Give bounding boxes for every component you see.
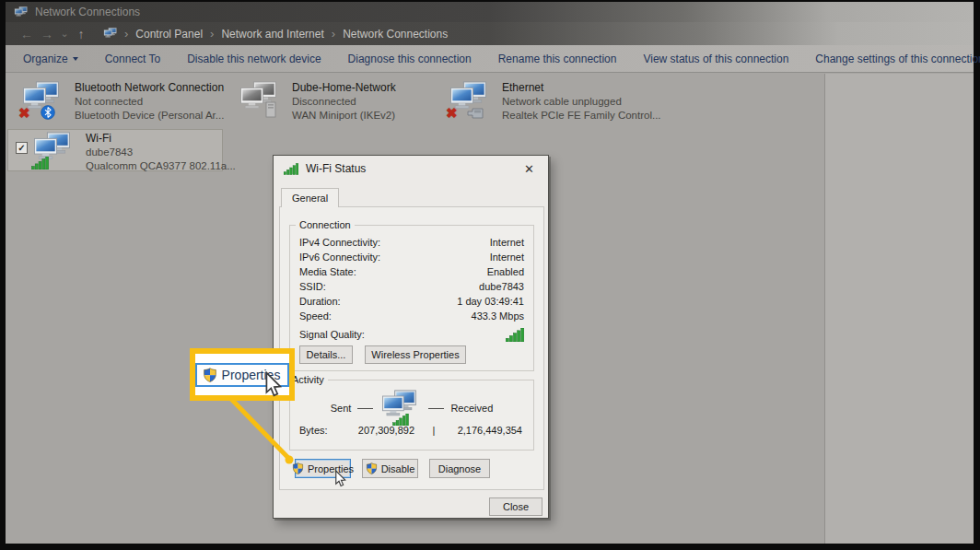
close-label: Close <box>503 501 529 512</box>
row-value: Internet <box>490 252 524 263</box>
wifi-checkbox[interactable]: ✓ <box>16 142 28 154</box>
general-tab-page: Connection IPv4 Connectivity:Internet IP… <box>279 206 544 490</box>
breadcrumb-network-connections[interactable]: Network Connections <box>343 28 448 41</box>
back-arrow-icon: ← <box>20 27 33 41</box>
up-button[interactable]: ↑ <box>72 28 90 41</box>
address-bar[interactable]: › Control Panel › Network and Internet ›… <box>103 27 448 41</box>
breadcrumb-separator-icon: › <box>330 27 337 41</box>
wireless-properties-button[interactable]: Wireless Properties <box>365 345 466 364</box>
row-label: Duration: <box>299 296 341 307</box>
connection-status: Network cable unplugged <box>502 95 661 109</box>
bluetooth-adapter-icon: ✖ <box>20 81 66 123</box>
signal-bars-icon <box>31 157 49 170</box>
signal-quality-bars-icon <box>506 328 524 342</box>
change-settings-button[interactable]: Change settings of this connection <box>815 53 980 65</box>
connection-item-bluetooth[interactable]: ✖ Bluetooth Network Connection Not conne… <box>20 81 224 123</box>
rename-connection-label: Rename this connection <box>498 53 617 65</box>
connector-dash <box>428 408 444 409</box>
diagnose-connection-button[interactable]: Diagnose this connection <box>348 53 472 65</box>
connection-status: Not connected <box>75 95 224 109</box>
row-value: Internet <box>490 237 524 248</box>
wifi-adapter-icon <box>31 132 77 174</box>
connection-status: Disconnected <box>292 95 396 109</box>
connection-device: Qualcomm QCA9377 802.11a... <box>86 159 236 173</box>
disconnected-x-icon: ✖ <box>446 106 458 120</box>
bluetooth-icon <box>41 105 55 120</box>
change-settings-label: Change settings of this connection <box>815 53 980 65</box>
disable-button[interactable]: Disable <box>362 459 418 478</box>
ethernet-adapter-icon: ✖ <box>448 81 494 123</box>
row-label: IPv6 Connectivity: <box>299 252 380 263</box>
breadcrumb-control-panel[interactable]: Control Panel <box>135 28 203 41</box>
disable-device-label: Disable this network device <box>187 53 321 65</box>
connection-name: Wi-Fi <box>86 132 236 146</box>
wifi-signal-icon <box>284 163 298 175</box>
forward-button[interactable]: → <box>37 28 57 41</box>
computer-activity-icon <box>379 390 422 427</box>
row-value: dube7843 <box>479 281 524 292</box>
connect-to-button[interactable]: Connect To <box>105 53 161 65</box>
connection-name: Ethernet <box>502 81 661 95</box>
row-value: 433.3 Mbps <box>472 310 524 322</box>
row-value: Enabled <box>487 266 524 277</box>
chevron-down-icon: ⌄ <box>60 28 68 39</box>
connection-detail-rows: IPv4 Connectivity:Internet IPv6 Connecti… <box>299 235 524 343</box>
up-arrow-icon: ↑ <box>78 27 85 41</box>
organize-label: Organize <box>23 53 68 65</box>
connection-item-ethernet[interactable]: ✖ Ethernet Network cable unplugged Realt… <box>448 81 661 123</box>
connection-device: Bluetooth Device (Personal Ar... <box>75 109 224 123</box>
forward-arrow-icon: → <box>41 27 53 41</box>
details-label: Details... <box>307 349 346 360</box>
connection-group-label: Connection <box>296 219 355 230</box>
bytes-row: Bytes: 207,309,892 | 2,176,449,354 <box>299 425 522 436</box>
properties-label: Properties <box>308 463 354 474</box>
connection-status: dube7843 <box>86 146 236 159</box>
breadcrumb-separator-icon: › <box>122 27 130 41</box>
close-icon: ✕ <box>524 162 534 176</box>
bytes-label: Bytes: <box>299 425 345 436</box>
window-title: Network Connections <box>35 6 140 18</box>
diagnose-button[interactable]: Diagnose <box>429 459 490 478</box>
navigation-bar: ← → ⌄ ↑ › Control Panel › Network and In… <box>6 22 974 45</box>
details-button[interactable]: Details... <box>299 345 353 364</box>
sent-label: Sent <box>331 403 352 414</box>
folder-location-icon <box>103 28 117 40</box>
dialog-action-buttons: Properties Disable Diagnose <box>295 459 490 478</box>
dropdown-caret-icon <box>73 57 78 61</box>
rename-connection-button[interactable]: Rename this connection <box>498 53 617 65</box>
command-toolbar: Organize Connect To Disable this network… <box>6 45 974 73</box>
window-right-pane <box>824 74 974 544</box>
ethernet-plug-icon <box>466 107 484 120</box>
sent-bytes-value: 207,309,892 <box>345 425 414 436</box>
screenshot-frame: Network Connections ← → ⌄ ↑ › Control Pa… <box>0 0 980 550</box>
disable-device-button[interactable]: Disable this network device <box>187 53 321 65</box>
received-label: Received <box>450 403 493 414</box>
connection-item-wifi[interactable]: Wi-Fi dube7843 Qualcomm QCA9377 802.11a.… <box>31 132 236 174</box>
tab-general[interactable]: General <box>281 188 339 207</box>
row-label: SSID: <box>299 281 326 292</box>
window-titlebar: Network Connections <box>6 2 974 22</box>
dialog-close-button[interactable]: ✕ <box>520 161 538 177</box>
bytes-separator: | <box>414 425 453 436</box>
view-status-button[interactable]: View status of this connection <box>643 53 788 65</box>
recent-locations-dropdown[interactable]: ⌄ <box>57 29 72 39</box>
activity-groupbox: Activity Sent Received Bytes: 207,309,89… <box>289 380 534 451</box>
mouse-cursor-icon <box>264 371 282 399</box>
disable-label: Disable <box>381 463 415 474</box>
organize-menu-button[interactable]: Organize <box>23 53 78 65</box>
connect-to-label: Connect To <box>105 53 161 65</box>
uac-shield-icon <box>292 462 304 474</box>
diagnose-label: Diagnose <box>438 463 481 474</box>
row-label: Speed: <box>299 310 332 322</box>
row-label: Signal Quality: <box>299 329 365 340</box>
back-button[interactable]: ← <box>17 28 37 41</box>
connection-device: WAN Miniport (IKEv2) <box>292 109 396 123</box>
checkmark-icon: ✓ <box>18 143 25 153</box>
breadcrumb-network-and-internet[interactable]: Network and Internet <box>221 28 323 41</box>
sent-received-row: Sent Received <box>290 390 533 427</box>
uac-shield-icon <box>366 462 378 474</box>
row-value: 1 day 03:49:41 <box>457 296 524 307</box>
connection-item-dube-home-network[interactable]: Dube-Home-Network Disconnected WAN Minip… <box>238 81 396 123</box>
close-button[interactable]: Close <box>489 497 542 516</box>
tower-icon <box>265 101 276 118</box>
